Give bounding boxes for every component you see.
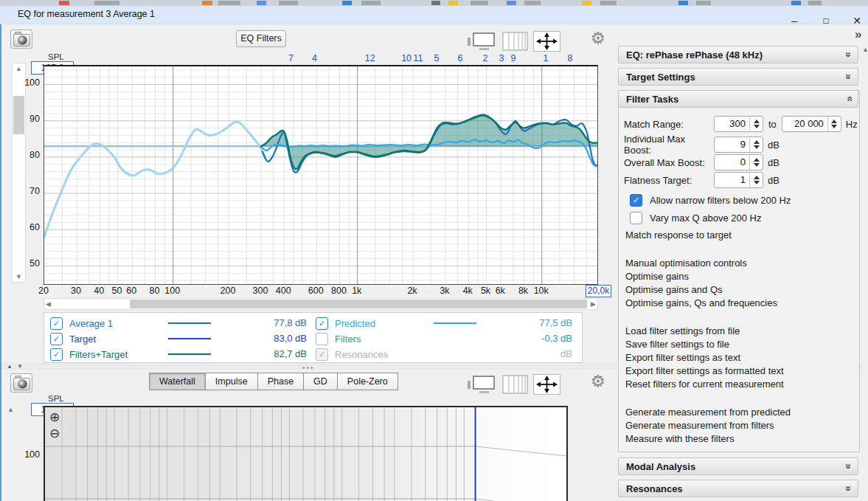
scroll-right-arrow-icon[interactable]: ▶ bbox=[591, 300, 596, 308]
legend-checkbox[interactable]: ✓ bbox=[316, 317, 328, 330]
number-input-value[interactable]: 1 bbox=[715, 173, 749, 187]
spinner-up-icon[interactable] bbox=[754, 176, 760, 179]
tab-gd[interactable]: GD bbox=[303, 373, 338, 390]
number-input[interactable]: 300 bbox=[714, 116, 763, 132]
tab-waterfall[interactable]: Waterfall bbox=[149, 373, 206, 390]
section-title: Modal Analysis bbox=[626, 461, 695, 472]
scroll-down-arrow-icon[interactable]: ▼ bbox=[13, 273, 25, 280]
number-input-value[interactable]: 0 bbox=[715, 155, 749, 170]
legend-label: Filters bbox=[335, 334, 361, 345]
collapse-panel-icon[interactable]: » bbox=[855, 27, 861, 42]
action-export-filter-settings-as-formatted-text[interactable]: Export filter settings as formatted text bbox=[625, 365, 784, 376]
graph-settings-gear-icon[interactable]: ⚙ bbox=[591, 30, 605, 48]
x-tick-80: 80 bbox=[150, 286, 160, 296]
section-header-eq[interactable]: EQ: rePhase rePhase (48 kHz)» bbox=[618, 46, 858, 63]
main-axis-max-freq-value[interactable]: 20,0k bbox=[586, 285, 611, 297]
scroll-up-arrow-icon[interactable]: ▲ bbox=[861, 46, 868, 53]
checkbox-checked[interactable]: ✓ bbox=[630, 194, 642, 207]
pan-zoom-control[interactable] bbox=[533, 31, 560, 55]
legend-row-average-1: ✓Average 177,8 dB bbox=[50, 316, 316, 331]
spinner-buttons[interactable] bbox=[827, 117, 841, 131]
frequency-divisions-control[interactable] bbox=[502, 31, 529, 55]
spinner-buttons[interactable] bbox=[749, 117, 763, 131]
spinner-up-icon[interactable] bbox=[754, 120, 760, 123]
section-header-modal-analysis[interactable]: Modal Analysis» bbox=[618, 457, 858, 475]
eq-filters-button[interactable]: EQ Filters bbox=[236, 30, 286, 47]
spinner-up-icon[interactable] bbox=[754, 140, 760, 144]
tab-phase[interactable]: Phase bbox=[257, 373, 304, 390]
spinner-buttons[interactable] bbox=[749, 155, 763, 170]
chevron-expand-icon[interactable]: » bbox=[843, 486, 855, 491]
legend-checkbox[interactable]: ✓ bbox=[50, 333, 63, 345]
splitter-down-icon[interactable]: ▼ bbox=[17, 363, 23, 370]
waterfall-chart[interactable]: ⊕ ⊖ bbox=[44, 406, 568, 501]
main-chart-horizontal-scrollbar[interactable]: ◀ ▶ bbox=[44, 298, 598, 310]
number-input[interactable]: 0 bbox=[714, 154, 763, 170]
spinner-buttons[interactable] bbox=[749, 173, 763, 187]
spinner-buttons[interactable] bbox=[749, 137, 763, 152]
legend-checkbox[interactable] bbox=[316, 333, 328, 345]
graph-settings-gear-icon-bottom[interactable]: ⚙ bbox=[591, 373, 605, 391]
legend-checkbox[interactable]: ✓ bbox=[50, 317, 63, 330]
pan-zoom-control-bottom[interactable] bbox=[533, 374, 560, 398]
spinner-up-icon[interactable] bbox=[831, 120, 837, 123]
scroll-up-arrow-icon[interactable]: ▲ bbox=[13, 65, 25, 72]
zoom-out-icon[interactable]: ⊖ bbox=[49, 427, 60, 440]
action-optimise-gains[interactable]: Optimise gains bbox=[625, 271, 689, 282]
spl-chart[interactable] bbox=[44, 65, 598, 285]
legend-checkbox[interactable]: ✓ bbox=[316, 348, 328, 361]
legend-line-sample bbox=[168, 322, 211, 324]
number-input[interactable]: 1 bbox=[714, 172, 763, 188]
chevron-expand-icon[interactable]: » bbox=[843, 52, 855, 58]
number-input-value[interactable]: 20 000 bbox=[782, 117, 827, 131]
action-match-response-to-target[interactable]: Match response to target bbox=[625, 229, 732, 241]
tab-impulse[interactable]: Impulse bbox=[205, 373, 258, 390]
checkbox-unchecked[interactable] bbox=[630, 212, 642, 224]
graph-thumbnail-control[interactable] bbox=[467, 31, 498, 55]
action-generate-measurement-from-filters[interactable]: Generate measurement from filters bbox=[625, 420, 774, 431]
action-optimise-gains-qs-and-frequencies[interactable]: Optimise gains, Qs and frequencies bbox=[625, 297, 777, 308]
frequency-divisions-control-bottom[interactable] bbox=[502, 374, 529, 398]
tab-pole-zero[interactable]: Pole-Zero bbox=[337, 373, 398, 390]
spinner-down-icon[interactable] bbox=[754, 181, 760, 184]
action-reset-filters-for-current-measurement[interactable]: Reset filters for current measurement bbox=[625, 379, 784, 390]
zoom-in-icon[interactable]: ⊕ bbox=[49, 411, 60, 424]
graph-thumbnail-control-bottom[interactable] bbox=[467, 374, 498, 398]
action-save-filter-settings-to-file[interactable]: Save filter settings to file bbox=[625, 339, 729, 350]
action-manual-optimisation-controls[interactable]: Manual optimisation controls bbox=[625, 258, 747, 269]
capture-button[interactable] bbox=[10, 30, 32, 49]
number-input-value[interactable]: 300 bbox=[715, 117, 749, 131]
main-chart-vertical-scrollbar[interactable]: ▲ ▼ bbox=[12, 63, 26, 283]
filter-number-12: 12 bbox=[365, 53, 375, 63]
number-input-value[interactable]: 9 bbox=[715, 137, 749, 152]
action-export-filter-settings-as-text[interactable]: Export filter settings as text bbox=[625, 352, 740, 363]
chevron-expand-icon[interactable]: » bbox=[843, 74, 855, 80]
section-header-resonances[interactable]: Resonances» bbox=[618, 480, 858, 497]
capture-button-bottom[interactable] bbox=[10, 373, 32, 393]
number-input-2[interactable]: 20 000 bbox=[782, 116, 841, 132]
right-panel-scrollbar[interactable]: ▲ bbox=[861, 44, 868, 501]
chevron-collapse-icon[interactable]: » bbox=[843, 96, 855, 102]
spinner-down-icon[interactable] bbox=[831, 125, 837, 128]
bottom-scroll-up-icon[interactable]: ▲ bbox=[7, 406, 14, 413]
section-header-target-settings[interactable]: Target Settings» bbox=[618, 68, 858, 86]
trace-legend: ✓Average 177,8 dB✓Target83,0 dB✓Filters+… bbox=[44, 312, 583, 363]
spinner-down-icon[interactable] bbox=[754, 163, 760, 167]
scroll-left-arrow-icon[interactable]: ◀ bbox=[46, 300, 51, 308]
legend-checkbox[interactable]: ✓ bbox=[50, 348, 63, 361]
section-header-filter-tasks[interactable]: Filter Tasks» bbox=[618, 90, 858, 108]
x-tick-20: 20 bbox=[38, 286, 49, 296]
spinner-down-icon[interactable] bbox=[754, 145, 760, 149]
spinner-up-icon[interactable] bbox=[754, 158, 760, 162]
spinner-down-icon[interactable] bbox=[754, 125, 760, 128]
action-optimise-gains-and-qs[interactable]: Optimise gains and Qs bbox=[625, 284, 723, 295]
number-input[interactable]: 9 bbox=[714, 137, 763, 153]
splitter-grip-icon[interactable]: ••• bbox=[302, 364, 315, 372]
action-measure-with-these-filters[interactable]: Measure with these filters bbox=[625, 433, 734, 444]
action-load-filter-settings-from-file[interactable]: Load filter settings from file bbox=[625, 325, 740, 336]
scrollbar-thumb[interactable] bbox=[130, 300, 587, 308]
action-generate-measurement-from-predicted[interactable]: Generate measurement from predicted bbox=[625, 407, 791, 418]
background-window-fragment bbox=[59, 1, 69, 5]
chevron-expand-icon[interactable]: » bbox=[843, 463, 855, 469]
splitter-up-icon[interactable]: ▲ bbox=[7, 363, 13, 370]
